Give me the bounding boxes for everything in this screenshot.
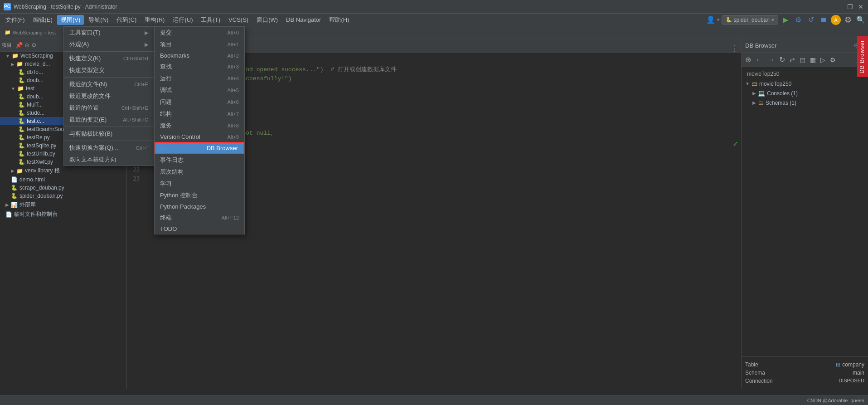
menu-edit[interactable]: 编辑(E) <box>29 15 56 25</box>
db-add-icon[interactable]: ⊕ <box>743 54 753 65</box>
tool-submenu-db-browser[interactable]: 🗃 DB Browser <box>155 142 244 154</box>
view-menu-recent-files[interactable]: 最近的文件(N) Ctrl+E <box>64 78 154 90</box>
sidebar-add-icon[interactable]: ⊕ <box>24 42 29 49</box>
py-icon: 🐍 <box>18 151 25 157</box>
project-icon: 📁 <box>5 29 11 35</box>
user-icon-group[interactable]: 👤 ▾ <box>706 15 720 24</box>
db-filter-icon[interactable]: ▦ <box>808 55 818 64</box>
tree-label: MulT... <box>27 102 43 108</box>
menu-refactor[interactable]: 重构(R) <box>141 15 168 25</box>
close-button[interactable]: ✕ <box>857 3 864 10</box>
view-menu-appearance[interactable]: 外观(A) ▶ <box>64 39 154 50</box>
tool-submenu-find[interactable]: 查找 Alt+3 <box>155 61 244 73</box>
menu-file[interactable]: 文件(F) <box>2 15 29 25</box>
tool-submenu-version-control[interactable]: Version Control Alt+9 <box>155 132 244 142</box>
tool-submenu-bookmarks[interactable]: Bookmarks Alt+2 <box>155 50 244 61</box>
view-menu-item-label: 快速定义(K) <box>69 54 101 63</box>
view-menu-recent-changed[interactable]: 最近更改的文件 <box>64 90 154 102</box>
menu-help[interactable]: 帮助(H) <box>325 15 353 25</box>
tool-submenu-debug[interactable]: 调试 Alt+5 <box>155 84 244 96</box>
html-icon: 📄 <box>11 176 18 183</box>
menu-run[interactable]: 运行(U) <box>169 15 196 25</box>
view-menu-item-label: 快速切换方案(Q)... <box>69 144 118 152</box>
db-browser-tab[interactable]: DB Browser <box>857 36 868 77</box>
tool-item-label: Version Control <box>160 133 200 140</box>
settings-icon[interactable]: ⚙ <box>843 15 853 25</box>
breadcrumb-part2[interactable]: test <box>48 30 56 35</box>
stop-button[interactable]: ⏹ <box>818 15 829 25</box>
py-icon: 🐍 <box>18 93 25 100</box>
menu-tools[interactable]: 工具(T) <box>197 15 224 25</box>
search-button[interactable]: 🔍 <box>855 15 866 25</box>
tool-submenu-structure[interactable]: 结构 Alt+7 <box>155 108 244 120</box>
tool-submenu-services[interactable]: 服务 Alt+8 <box>155 120 244 132</box>
db-back-icon[interactable]: ← <box>754 55 765 65</box>
tool-item-label: 提交 <box>160 29 172 37</box>
menu-view[interactable]: 视图(V) <box>57 15 84 25</box>
folder-icon: 📁 <box>17 85 24 92</box>
tool-submenu-python-console[interactable]: Python 控制台 <box>155 190 244 201</box>
shortcut-label: Ctrl+Shift+E <box>121 105 148 111</box>
tree-item-external[interactable]: ▶ 📊 外部库 <box>0 200 126 210</box>
run-button[interactable]: ▶ <box>780 15 791 25</box>
view-menu-item-label: 快速类型定义 <box>69 66 105 74</box>
tool-submenu-hierarchy[interactable]: 层次结构 <box>155 166 244 178</box>
view-menu-bidirectional[interactable]: 双向文本基础方向 <box>64 154 154 166</box>
db-tree-root[interactable]: ▼ 🗃 movieTop250 <box>743 79 866 88</box>
view-menu-compare-clipboard[interactable]: 与剪贴板比较(B) <box>64 128 154 140</box>
tool-item-label: Bookmarks <box>160 52 189 59</box>
folder-icon: 📁 <box>16 168 23 174</box>
user-avatar[interactable]: A <box>831 15 841 25</box>
tree-item-temp-files[interactable]: 📄 临时文件和控制台 <box>0 210 126 219</box>
db-forward-icon[interactable]: → <box>766 55 776 65</box>
breadcrumb-part1[interactable]: WebScraping <box>13 30 43 35</box>
tree-label: doub... <box>27 93 44 100</box>
db-browser-header: DB Browser ⚙ − <box>742 39 868 53</box>
minimize-button[interactable]: − <box>835 3 843 10</box>
sidebar-settings-icon[interactable]: ⚙ <box>31 42 37 49</box>
db-console-icon[interactable]: ▷ <box>819 55 827 64</box>
view-menu-quick-define[interactable]: 快速定义(K) Ctrl+Shift+I <box>64 53 154 64</box>
tool-submenu-run[interactable]: 运行 Alt+4 <box>155 73 244 84</box>
db-tree-consoles[interactable]: ▶ 💻 Consoles (1) <box>743 88 866 98</box>
menu-navigate[interactable]: 导航(N) <box>85 15 112 25</box>
db-browser-menu-icon: 🗃 <box>161 145 166 151</box>
view-menu-quick-type[interactable]: 快速类型定义 <box>64 64 154 76</box>
db-schemas-icon: 🗂 <box>758 99 764 106</box>
tool-submenu-event-log[interactable]: 事件日志 <box>155 154 244 166</box>
menu-vcs[interactable]: VCS(S) <box>225 15 252 24</box>
menu-code[interactable]: 代码(C) <box>113 15 140 25</box>
db-schema-label: Schema <box>745 370 765 376</box>
tree-item-demo-html[interactable]: 📄 demo.html <box>0 176 126 184</box>
build-button[interactable]: ⚙ <box>793 15 804 25</box>
tree-item-spider-douban[interactable]: 🐍 spider_douban.py <box>0 192 126 200</box>
view-menu-recent-changes[interactable]: 最近的变更(E) Alt+Shift+C <box>64 114 154 126</box>
tool-submenu-commit[interactable]: 提交 Alt+0 <box>155 27 244 39</box>
maximize-button[interactable]: ❐ <box>846 3 853 10</box>
menu-window[interactable]: 窗口(W) <box>253 15 281 25</box>
db-nav-icon[interactable]: ⇄ <box>788 55 797 64</box>
tool-submenu-python-packages[interactable]: Python Packages <box>155 201 244 212</box>
db-columns-icon[interactable]: ▤ <box>798 55 807 64</box>
run-profile-selector[interactable]: 🐍 spider_douban ▾ <box>722 15 778 24</box>
tool-submenu-project[interactable]: 项目 Alt+1 <box>155 39 244 50</box>
breadcrumb-sep: › <box>44 30 46 35</box>
tool-submenu-todo[interactable]: TODO <box>155 224 244 234</box>
tree-label: WebScraping <box>20 53 53 59</box>
editor-options-icon[interactable]: ⋮ <box>730 44 738 54</box>
view-menu-quick-switch[interactable]: 快速切换方案(Q)... Ctrl+` <box>64 142 154 154</box>
tool-submenu-learn[interactable]: 学习 <box>155 178 244 190</box>
view-menu-tool-window[interactable]: 工具窗口(T) ▶ <box>64 27 154 39</box>
db-settings2-icon[interactable]: ⚙ <box>828 55 838 64</box>
db-tree-schemas[interactable]: ▶ 🗂 Schemas (1) <box>743 98 866 107</box>
reload-button[interactable]: ↺ <box>805 15 816 25</box>
sidebar-pin-icon[interactable]: 📌 <box>15 42 23 49</box>
tool-submenu-terminal[interactable]: 终端 Alt+F12 <box>155 212 244 224</box>
menu-dbnavigator[interactable]: DB Navigator <box>282 15 325 24</box>
tool-submenu-problems[interactable]: 问题 Alt+6 <box>155 96 244 108</box>
view-menu-recent-locations[interactable]: 最近的位置 Ctrl+Shift+E <box>64 102 154 114</box>
tree-item-scrape-douban[interactable]: 🐍 scrape_douban.py <box>0 184 126 192</box>
tree-item-venv[interactable]: ▶ 📁 venv library 根 <box>0 166 126 176</box>
db-refresh-icon[interactable]: ↻ <box>777 54 787 65</box>
sidebar-title: 项目 <box>2 42 12 49</box>
